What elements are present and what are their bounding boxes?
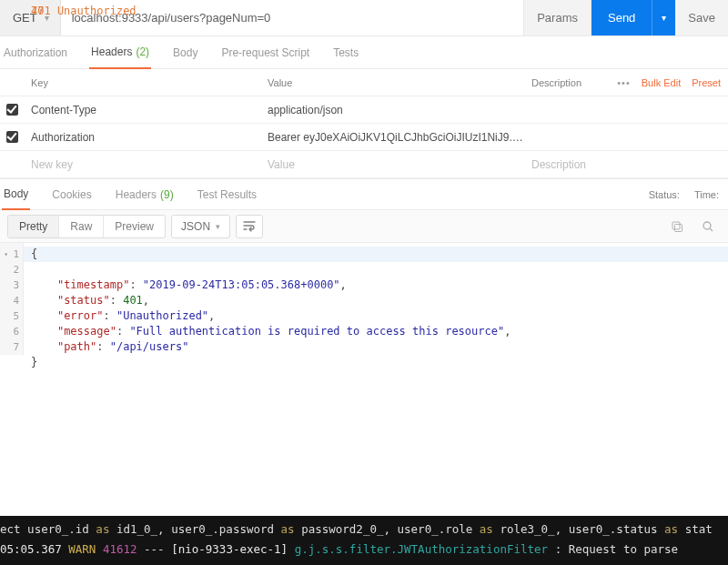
col-description: Description [531, 77, 581, 88]
console-panel: ect user0_.id as id1_0_, user0_.password… [0, 516, 728, 565]
response-headers-count: (9) [160, 188, 174, 201]
checkmark-icon [6, 131, 18, 143]
header-value[interactable]: application/json [260, 104, 524, 116]
col-key: Key [24, 77, 260, 88]
response-bar: Body Cookies Headers (9) Test Results St… [0, 179, 728, 210]
tab-response-cookies[interactable]: Cookies [50, 179, 93, 209]
wrap-lines-button[interactable] [236, 215, 263, 238]
copy-button[interactable] [664, 215, 690, 238]
wrap-icon [243, 221, 256, 232]
tab-response-tests[interactable]: Test Results [196, 179, 258, 209]
console-line: 05:05.367 WARN 41612 --- [nio-9333-exec-… [0, 540, 728, 560]
headers-row-new[interactable]: New key Value Description [0, 151, 728, 178]
header-value[interactable]: Bearer eyJ0eXAiOiJKV1QiLCJhbGciOiJIUzI1N… [260, 131, 524, 144]
tab-tests[interactable]: Tests [331, 36, 360, 68]
headers-count: (2) [136, 45, 149, 58]
console-line: ect user0_.id as id1_0_, user0_.password… [0, 520, 728, 540]
chevron-down-icon: ▾ [216, 222, 220, 231]
header-key[interactable]: Content-Type [24, 104, 260, 116]
svg-point-2 [703, 222, 711, 229]
copy-icon [671, 220, 683, 233]
new-key-input[interactable]: New key [24, 158, 260, 171]
row-checkbox[interactable] [0, 104, 24, 116]
view-raw-button[interactable]: Raw [59, 216, 104, 237]
bulk-edit-link[interactable]: Bulk Edit [642, 77, 681, 88]
status-label: Status: [649, 189, 680, 200]
tab-authorization[interactable]: Authorization [2, 36, 69, 68]
new-value-input[interactable]: Value [260, 158, 524, 171]
view-preview-button[interactable]: Preview [104, 216, 165, 237]
format-select[interactable]: JSON ▾ [171, 215, 230, 238]
tab-pre-request[interactable]: Pre-request Script [219, 36, 311, 68]
checkmark-icon [6, 104, 18, 116]
headers-row[interactable]: Authorization Bearer eyJ0eXAiOiJKV1QiLCJ… [0, 124, 728, 151]
time-value: 77 [24, 0, 728, 23]
line-gutter: 1 2 3 4 5 6 7 [0, 243, 24, 355]
response-code: { "timestamp": "2019-09-24T13:05:05.368+… [24, 243, 728, 374]
response-body[interactable]: 1 2 3 4 5 6 7 { "timestamp": "2019-09-24… [0, 243, 728, 516]
tab-response-body[interactable]: Body [2, 180, 30, 210]
tab-response-headers[interactable]: Headers (9) [114, 179, 176, 209]
search-button[interactable] [695, 215, 721, 238]
format-label: JSON [181, 220, 210, 233]
svg-rect-1 [675, 224, 682, 231]
more-icon[interactable]: ••• [617, 77, 631, 88]
view-mode-segment: Pretty Raw Preview [7, 215, 166, 238]
view-pretty-button[interactable]: Pretty [8, 216, 59, 237]
request-tabs: Authorization Headers (2) Body Pre-reque… [0, 36, 728, 69]
header-key[interactable]: Authorization [24, 131, 260, 144]
presets-link[interactable]: Preset [692, 77, 721, 88]
time-label: Time: [694, 189, 719, 200]
search-icon [702, 220, 714, 233]
row-checkbox[interactable] [0, 131, 24, 143]
tab-body[interactable]: Body [171, 36, 199, 68]
col-value: Value [260, 77, 524, 88]
response-tabs: Body Cookies Headers (9) Test Results [0, 179, 258, 209]
body-toolbar: Pretty Raw Preview JSON ▾ [0, 210, 728, 243]
headers-table: Key Value Description ••• Bulk Edit Pres… [0, 69, 728, 179]
response-status: Status: 401 Unauthorized Time: 77 [649, 189, 719, 200]
tab-headers[interactable]: Headers (2) [89, 37, 151, 69]
headers-row[interactable]: Content-Type application/json [0, 96, 728, 124]
headers-table-head: Key Value Description ••• Bulk Edit Pres… [0, 69, 728, 96]
svg-rect-0 [672, 222, 680, 229]
svg-line-3 [710, 228, 713, 231]
new-description-input[interactable]: Description [524, 158, 728, 171]
